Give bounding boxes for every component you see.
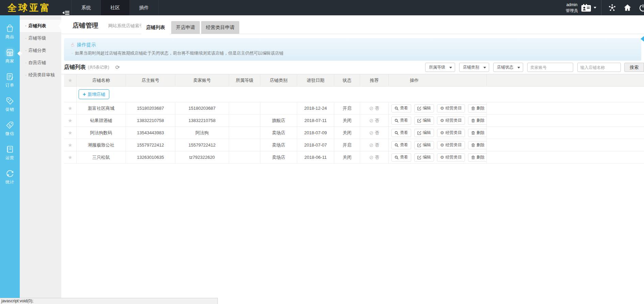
user-role: 管理员 [566, 8, 578, 13]
sidebar-item-goods[interactable]: 商品 [0, 19, 20, 44]
col-recommend: 推荐 [360, 74, 389, 87]
favorite-star-icon[interactable]: ★ [68, 105, 72, 111]
edit-label: 编辑 [423, 118, 431, 123]
view-label: 查看 [400, 154, 408, 160]
cell-join-date: 2018-06-11 [297, 151, 334, 164]
magnifier-icon [395, 106, 399, 110]
recommend-value: 否 [375, 154, 379, 161]
delete-button[interactable]: 删除 [468, 153, 487, 162]
submenu-item-label: 自营店铺 [28, 60, 46, 65]
submenu-item-shop-category[interactable]: ·店铺分类 [20, 44, 61, 57]
col-shop-type: 店铺类别 [260, 74, 297, 87]
category-label: 经营类目 [446, 154, 462, 160]
seller-account-input[interactable] [527, 63, 573, 72]
shop-name-input[interactable] [577, 63, 621, 72]
submenu-item-category-audit[interactable]: ·经营类目审核 [20, 69, 61, 81]
gear-icon: ⚙ [440, 131, 444, 135]
storefront-icon [5, 48, 15, 57]
table-row: ★ 阿法狗数码 13543443983 阿法狗 卖场店 2018-07-09 关… [64, 127, 644, 139]
cell-actions: 查看 编辑 ⚙ 经营类目 删除 [389, 151, 487, 164]
delete-label: 删除 [477, 105, 485, 111]
view-button[interactable]: 查看 [391, 104, 411, 112]
delete-button[interactable]: 删除 [468, 104, 487, 112]
cell-owner-account: 13543443983 [126, 127, 175, 139]
favorite-star-icon[interactable]: ★ [68, 154, 72, 161]
submenu-item-label: 店铺列表 [28, 23, 46, 28]
shop-table: ★ 店铺名称 店主账号 卖家账号 所属等级 店铺类别 进驻日期 状态 推荐 操作… [64, 74, 644, 164]
col-actions: 操作 [389, 74, 487, 87]
submenu-item-shop-list[interactable]: ·店铺列表 [20, 20, 61, 32]
quick-panel-arrow-icon[interactable] [641, 36, 644, 42]
power-logout-icon[interactable] [639, 4, 644, 12]
sidebar-item-promotion[interactable]: 促销 [0, 92, 20, 116]
add-shop-button[interactable]: + 新增店铺 [79, 89, 109, 99]
edit-label: 编辑 [423, 154, 431, 160]
no-entry-icon: ⊘ [369, 142, 374, 148]
operation-tips-panel: ☝ 操作提示 ·如果当前时间超过店铺有效期或店铺处于关闭状态，前台将不能继续浏览… [64, 38, 641, 61]
delete-button[interactable]: 删除 [468, 117, 487, 125]
view-button[interactable]: 查看 [391, 153, 411, 162]
search-button[interactable]: 搜索 [624, 63, 644, 72]
cell-join-date: 2018-07-09 [297, 127, 334, 139]
topnav-item-system[interactable]: 系统 [71, 0, 101, 15]
level-filter-select[interactable]: 所属等级 [425, 63, 455, 72]
sidebar-item-label: 订单 [5, 82, 14, 88]
sidebar-item-wechat[interactable]: 微信 [0, 116, 20, 140]
edit-button[interactable]: 编辑 [414, 129, 434, 137]
table-row: ★ 新富社区商城 15180203687 15180203687 2018-12… [64, 102, 644, 115]
sidebar-item-orders[interactable]: 订单 [0, 68, 20, 92]
cell-shop-name: 三只松鼠 [77, 151, 126, 164]
submenu-item-self-shop[interactable]: ·自营店铺 [20, 57, 61, 69]
delete-label: 删除 [477, 154, 485, 160]
favorite-star-icon[interactable]: ★ [68, 142, 72, 148]
topnav-item-plugins[interactable]: 插件 [130, 0, 159, 15]
cell-join-date: 2018-12-24 [297, 102, 334, 115]
view-button[interactable]: 查看 [391, 141, 411, 149]
topnav-item-community[interactable]: 社区 [101, 0, 130, 15]
type-filter-select[interactable]: 店铺类别 [459, 63, 489, 72]
trash-icon [471, 119, 475, 123]
edit-button[interactable]: 编辑 [414, 153, 434, 162]
category-button[interactable]: ⚙ 经营类目 [437, 117, 465, 125]
refresh-icon[interactable]: ⟳ [115, 64, 120, 71]
trash-icon [471, 131, 475, 135]
submenu-item-shop-level[interactable]: ·店铺等级 [20, 32, 61, 44]
cell-recommend: ⊘ 否 [360, 102, 389, 115]
delete-button[interactable]: 删除 [468, 129, 487, 137]
top-navigation: 系统 社区 插件 [71, 0, 159, 15]
tab-shop-list[interactable]: 店铺列表 [141, 21, 170, 34]
category-button[interactable]: ⚙ 经营类目 [437, 141, 465, 149]
cell-seller-account: tz792322620 [175, 151, 229, 164]
edit-button[interactable]: 编辑 [414, 104, 434, 112]
brand-logo[interactable]: 全球亚富 [7, 0, 51, 15]
tab-open-shop-apply[interactable]: 开店申请 [171, 21, 200, 34]
home-icon[interactable] [624, 4, 631, 11]
sidebar-item-merchant[interactable]: 商家 [0, 44, 20, 68]
cell-filler [487, 115, 644, 127]
edit-pencil-icon [417, 155, 421, 159]
tab-category-apply[interactable]: 经营类目申请 [201, 21, 239, 34]
user-menu[interactable]: admin 管理员 [566, 2, 601, 13]
edit-pencil-icon [417, 143, 421, 147]
table-row: ★ 三只松鼠 13263010635 tz792322620 卖场店 2018-… [64, 151, 644, 164]
status-filter-select[interactable]: 店铺状态 [493, 63, 523, 72]
view-button[interactable]: 查看 [391, 117, 411, 125]
col-level: 所属等级 [229, 74, 260, 87]
delete-label: 删除 [477, 142, 485, 148]
category-button[interactable]: ⚙ 经营类目 [437, 153, 465, 162]
favorite-star-icon[interactable]: ★ [68, 118, 72, 124]
sidebar-item-statistics[interactable]: 统计 [0, 165, 20, 189]
category-button[interactable]: ⚙ 经营类目 [437, 129, 465, 137]
edit-button[interactable]: 编辑 [414, 141, 434, 149]
sidebar-item-operation[interactable]: 运营 [0, 140, 20, 165]
category-button[interactable]: ⚙ 经营类目 [437, 104, 465, 112]
sidebar-collapse-icon[interactable] [62, 10, 70, 15]
delete-button[interactable]: 删除 [468, 141, 487, 149]
cell-level [229, 127, 260, 139]
network-share-icon[interactable] [608, 4, 616, 12]
favorite-star-icon[interactable]: ★ [68, 130, 72, 136]
star-column-spacer [64, 87, 77, 102]
edit-button[interactable]: 编辑 [414, 117, 434, 125]
trash-icon [471, 106, 475, 110]
view-button[interactable]: 查看 [391, 129, 411, 137]
